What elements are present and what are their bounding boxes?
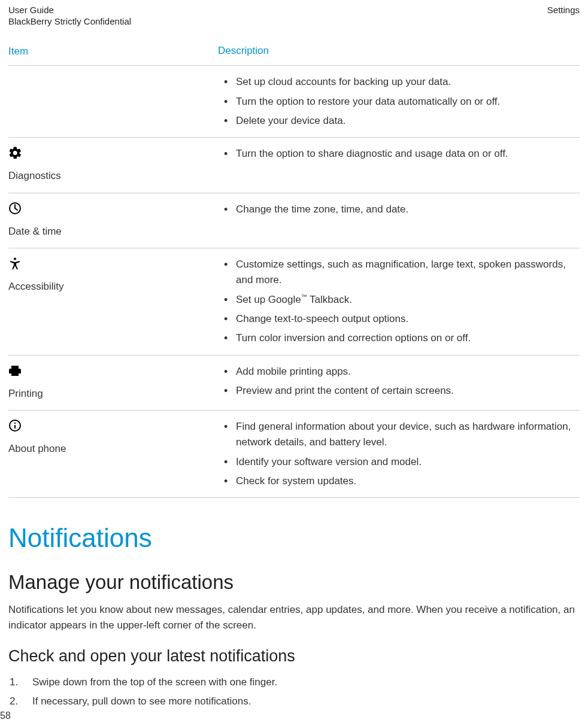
subsection-heading-check: Check and open your latest notifications — [8, 647, 580, 666]
description-bullet: Turn color inversion and correction opti… — [218, 330, 580, 346]
table-row: About phoneFind general information abou… — [8, 411, 580, 498]
table-cell-item — [8, 74, 218, 129]
description-bullet: Identify your software version and model… — [218, 454, 580, 470]
description-bullet: Set up cloud accounts for backing up you… — [218, 74, 580, 90]
description-bullet: Customize settings, such as magnificatio… — [218, 257, 580, 288]
description-bullet: Change text-to-speech output options. — [218, 311, 580, 327]
steps-list: Swipe down from the top of the screen wi… — [8, 674, 580, 710]
description-list: Add mobile printing apps.Preview and pri… — [218, 364, 580, 399]
description-bullet: Delete your device data. — [218, 113, 580, 129]
page-number: 58 — [0, 710, 11, 721]
table-cell-description: Add mobile printing apps.Preview and pri… — [218, 364, 580, 402]
description-list: Set up cloud accounts for backing up you… — [218, 74, 580, 129]
table-row: Date & timeChange the time zone, time, a… — [8, 193, 580, 248]
header-left-line2: BlackBerry Strictly Confidential — [8, 16, 131, 26]
description-list: Find general information about your devi… — [218, 419, 580, 489]
table-row: PrintingAdd mobile printing apps.Preview… — [8, 356, 580, 411]
item-label: Printing — [8, 385, 218, 402]
settings-table: Item Description Set up cloud accounts f… — [8, 43, 580, 498]
clock-icon — [8, 202, 218, 220]
table-cell-item: Printing — [8, 364, 218, 402]
table-cell-item: About phone — [8, 419, 218, 489]
description-list: Turn the option to share diagnostic and … — [218, 146, 580, 162]
item-label: Date & time — [8, 223, 218, 239]
description-bullet: Check for system updates. — [218, 473, 580, 489]
th-description: Description — [218, 43, 580, 59]
table-row: DiagnosticsTurn the option to share diag… — [8, 138, 580, 193]
table-cell-description: Change the time zone, time, and date. — [218, 202, 580, 239]
item-label: Accessibility — [8, 278, 218, 294]
description-bullet: Turn the option to share diagnostic and … — [218, 146, 580, 162]
description-bullet: Preview and print the content of certain… — [218, 383, 580, 399]
table-cell-item: Diagnostics — [8, 146, 218, 184]
table-cell-item: Date & time — [8, 202, 218, 239]
subsection-heading-manage: Manage your notifications — [8, 571, 580, 594]
description-bullet: Set up Google™ Talkback. — [218, 292, 580, 308]
item-label: About phone — [8, 441, 218, 457]
th-item: Item — [8, 43, 218, 59]
item-label: Diagnostics — [8, 168, 218, 184]
info-icon — [8, 419, 218, 437]
header-left-line1: User Guide — [8, 5, 131, 15]
description-bullet: Turn the option to restore your data aut… — [218, 94, 580, 110]
description-bullet: Change the time zone, time, and date. — [218, 202, 580, 217]
paragraph-notifications-intro: Notifications let you know about new mes… — [8, 602, 580, 633]
table-cell-description: Set up cloud accounts for backing up you… — [218, 74, 580, 129]
table-cell-item: Accessibility — [8, 257, 218, 347]
section-heading-notifications: Notifications — [8, 523, 580, 553]
printer-icon — [8, 364, 218, 382]
accessibility-icon — [8, 257, 218, 275]
table-cell-description: Turn the option to share diagnostic and … — [218, 146, 580, 184]
table-cell-description: Customize settings, such as magnificatio… — [218, 257, 580, 347]
page-header: User Guide BlackBerry Strictly Confident… — [8, 0, 580, 26]
description-list: Customize settings, such as magnificatio… — [218, 257, 580, 347]
step-item: Swipe down from the top of the screen wi… — [8, 674, 580, 691]
table-row: Set up cloud accounts for backing up you… — [8, 66, 580, 138]
table-row: AccessibilityCustomize settings, such as… — [8, 248, 580, 356]
description-list: Change the time zone, time, and date. — [218, 202, 580, 217]
gear-icon — [8, 146, 218, 164]
table-header-row: Item Description — [8, 43, 580, 66]
header-right: Settings — [547, 5, 580, 26]
description-bullet: Find general information about your devi… — [218, 419, 580, 451]
step-item: If necessary, pull down to see more noti… — [8, 693, 580, 710]
description-bullet: Add mobile printing apps. — [218, 364, 580, 379]
table-cell-description: Find general information about your devi… — [218, 419, 580, 489]
